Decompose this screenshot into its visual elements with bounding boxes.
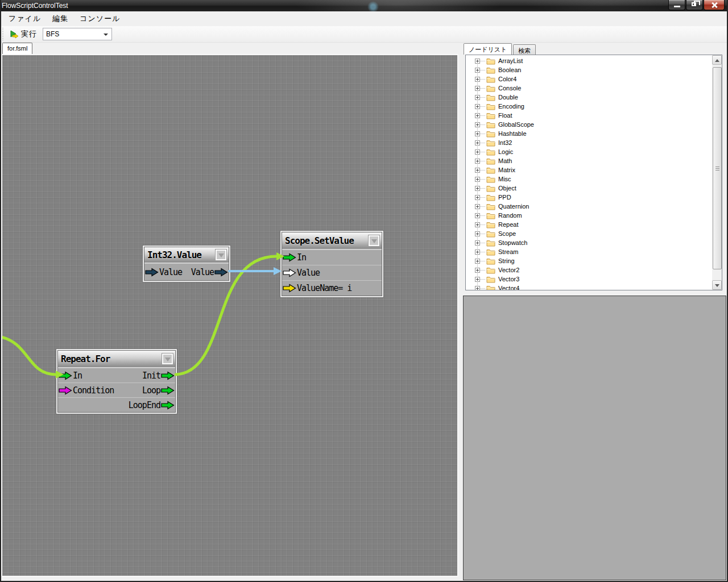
tree-item[interactable]: Console [466, 84, 712, 93]
tab-search[interactable]: 検索 [513, 44, 536, 55]
node-dropdown-button[interactable] [369, 235, 379, 246]
expand-plus-icon[interactable] [475, 159, 480, 164]
expand-plus-icon[interactable] [475, 240, 480, 246]
node-title-bar[interactable]: Scope.SetValue [282, 232, 382, 250]
port-in[interactable] [59, 371, 72, 380]
expand-plus-icon[interactable] [475, 77, 480, 82]
toolbar: 実行 BFS [0, 26, 728, 43]
tree-item[interactable]: Random [466, 211, 712, 220]
expand-plus-icon[interactable] [475, 104, 480, 109]
run-button[interactable]: 実行 [7, 28, 39, 40]
port-init[interactable] [161, 371, 175, 380]
tree-scrollbar[interactable] [712, 55, 722, 290]
tree-item[interactable]: Stopwatch [466, 238, 712, 247]
tree-item[interactable]: Int32 [466, 138, 712, 147]
tree-item[interactable]: Vector4 [466, 284, 712, 290]
port-in[interactable] [283, 253, 296, 262]
expand-plus-icon[interactable] [475, 286, 480, 291]
tree-item[interactable]: Repeat [466, 220, 712, 229]
tree-item[interactable]: Color4 [466, 74, 712, 84]
expand-plus-icon[interactable] [475, 140, 480, 146]
tree-item[interactable]: Vector3 [466, 275, 712, 284]
expand-plus-icon[interactable] [475, 86, 480, 91]
folder-icon [486, 203, 495, 210]
tree-item[interactable]: Misc [466, 174, 712, 184]
node-repeat-for[interactable]: Repeat.For In Init Condition Loop [57, 350, 176, 413]
tree-item[interactable]: Boolean [466, 65, 712, 74]
expand-plus-icon[interactable] [475, 231, 480, 236]
port-value-out[interactable] [214, 268, 228, 277]
menu-console[interactable]: コンソール [74, 11, 126, 26]
toolbar-grip[interactable] [2, 28, 5, 41]
expand-plus-icon[interactable] [475, 177, 480, 182]
tree-item[interactable]: Quaternion [466, 202, 712, 211]
tree-item[interactable]: PPD [466, 193, 712, 202]
expand-plus-icon[interactable] [475, 149, 480, 155]
expand-plus-icon[interactable] [475, 186, 480, 191]
expand-plus-icon[interactable] [475, 168, 480, 173]
expand-plus-icon[interactable] [475, 122, 480, 127]
expand-plus-icon[interactable] [475, 250, 480, 255]
scroll-down-button[interactable] [712, 280, 722, 290]
port-label: In [73, 371, 82, 381]
tree-item[interactable]: Vector2 [466, 265, 712, 275]
port-loop[interactable] [161, 386, 175, 395]
restore-button[interactable] [686, 0, 703, 10]
expand-plus-icon[interactable] [475, 277, 480, 282]
tree-item[interactable]: Object [466, 184, 712, 193]
tree-item[interactable]: String [466, 256, 712, 265]
expand-plus-icon[interactable] [475, 268, 480, 273]
tree-item[interactable]: Matrix [466, 165, 712, 174]
flow-canvas[interactable]: Repeat.For In Init Condition Loop [1, 54, 458, 577]
expand-plus-icon[interactable] [475, 195, 480, 200]
node-dropdown-button[interactable] [216, 250, 226, 260]
port-valuename[interactable] [283, 284, 296, 293]
expand-plus-icon[interactable] [475, 131, 480, 136]
scroll-up-button[interactable] [712, 55, 722, 65]
node-scope-setvalue[interactable]: Scope.SetValue In Value ValueName= i [282, 232, 382, 296]
minimize-button[interactable] [668, 0, 685, 10]
tree-item[interactable]: Logic [466, 147, 712, 156]
tree-item[interactable]: ArrayList [466, 56, 712, 65]
node-dropdown-button[interactable] [162, 354, 173, 364]
expand-plus-icon[interactable] [475, 95, 480, 100]
menu-file[interactable]: ファイル [3, 11, 47, 26]
tree-item[interactable]: Double [466, 93, 712, 102]
expand-plus-icon[interactable] [475, 213, 480, 218]
window-titlebar[interactable]: FlowScriptControlTest [0, 0, 728, 11]
tree-item[interactable]: Encoding [466, 102, 712, 111]
connection-arrowhead [274, 267, 282, 275]
port-condition[interactable] [59, 386, 72, 395]
port-loopend[interactable] [161, 401, 175, 410]
scrollbar-thumb[interactable] [713, 67, 722, 269]
port-value[interactable] [283, 268, 296, 277]
tree-item[interactable]: Hashtable [466, 129, 712, 138]
expand-plus-icon[interactable] [475, 113, 480, 118]
connection-exec-entry[interactable] [2, 336, 56, 375]
property-panel [463, 296, 726, 580]
node-tree-panel: ArrayList Boolean [465, 55, 722, 290]
node-title-bar[interactable]: Repeat.For [58, 351, 175, 368]
expand-plus-icon[interactable] [475, 68, 480, 73]
expand-plus-icon[interactable] [475, 204, 480, 209]
expand-plus-icon[interactable] [475, 59, 480, 64]
node-title-bar[interactable]: Int32.Value [144, 247, 229, 263]
expand-plus-icon[interactable] [475, 259, 480, 264]
minimize-icon [674, 6, 680, 7]
tree-item[interactable]: Float [466, 111, 712, 120]
tab-for-fsml[interactable]: for.fsml [2, 43, 32, 54]
restore-icon [692, 2, 696, 6]
menu-edit[interactable]: 編集 [47, 11, 74, 26]
node-int32-value[interactable]: Int32.Value Value Value [144, 247, 229, 281]
mode-select[interactable]: BFS [43, 28, 112, 40]
port-value-in[interactable] [145, 268, 159, 277]
close-button[interactable] [704, 0, 725, 10]
tree-item[interactable]: GlobalScope [466, 120, 712, 129]
tree-item[interactable]: Scope [466, 229, 712, 238]
expand-plus-icon[interactable] [475, 222, 480, 227]
tree-item[interactable]: Math [466, 156, 712, 165]
tab-node-list[interactable]: ノードリスト [464, 43, 512, 55]
tree-connector [480, 79, 485, 80]
tree-item[interactable]: Stream [466, 247, 712, 256]
port-label: Value [159, 267, 182, 277]
